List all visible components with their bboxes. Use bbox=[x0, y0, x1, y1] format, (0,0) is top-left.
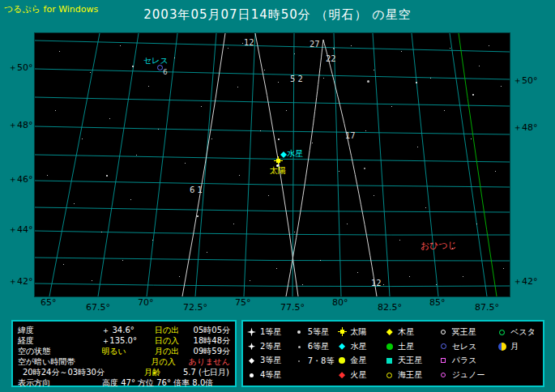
chart-annotation: おひつじ bbox=[421, 241, 457, 250]
y-axis-left-label: ＋50° bbox=[8, 63, 33, 72]
legend-item-jupiter: 木星 bbox=[384, 325, 438, 339]
x-axis-label: 65° bbox=[41, 298, 57, 307]
y-axis-right-label: ＋50° bbox=[513, 76, 538, 85]
x-axis-label: 82.5° bbox=[378, 303, 402, 312]
mag6-star-icon bbox=[294, 342, 305, 352]
legend-item-vesta: ベスタ bbox=[497, 325, 540, 339]
chart-annotation: 5 2 bbox=[290, 75, 303, 83]
y-axis-left-label: ＋48° bbox=[8, 121, 33, 130]
sky-state-value: 明るい bbox=[101, 346, 155, 356]
legend-item-mag2: 2等星 bbox=[246, 339, 294, 354]
legend-column-minor-bodies: 冥王星 セレス パラス ジュノー bbox=[438, 325, 497, 382]
legend-column-vesta-moon: ベスタ 月 bbox=[497, 325, 540, 382]
legend-item-moon: 月 bbox=[497, 339, 540, 354]
annotations-layer: セレス61227225 2176 112水星太陽おひつじ bbox=[35, 33, 510, 296]
star-chart[interactable]: セレス61227225 2176 112水星太陽おひつじ bbox=[34, 32, 510, 297]
longitude-value: ＋135.0° bbox=[101, 335, 155, 345]
moonset-label: 月の入 bbox=[151, 356, 188, 366]
info-row-sky-state: 空の状態 明るい 月の出 09時59分 bbox=[18, 346, 230, 356]
chart-annotation: 6 1 bbox=[190, 186, 203, 194]
chart-annotation: セレス bbox=[143, 57, 169, 65]
moonrise-label: 月の出 bbox=[155, 346, 194, 356]
legend-item-venus: 金星 bbox=[337, 354, 385, 369]
bright-star-near-sun bbox=[276, 164, 279, 167]
mercury-icon bbox=[337, 341, 348, 352]
moon-icon bbox=[497, 342, 507, 352]
legend-item-uranus: 天王星 bbox=[384, 354, 438, 369]
app-window: つるぷら for Windows 2003年05月07日14時50分 （明石） … bbox=[0, 0, 555, 392]
saturn-icon bbox=[384, 341, 395, 352]
legend-item-pluto: 冥王星 bbox=[438, 325, 497, 339]
info-row-view-direction: 表示方向 高度 47° 方位 76° 倍率 8.0倍 bbox=[18, 377, 230, 387]
x-axis-label: 85° bbox=[429, 298, 446, 307]
moon-age-label: 月齢 bbox=[144, 367, 183, 377]
info-row-dark-period: 空が暗い時間帯 月の入 ありません bbox=[18, 356, 230, 366]
moon-age-value: 5.7 (七日月) bbox=[183, 367, 230, 377]
latitude-value: ＋ 34.6° bbox=[101, 325, 155, 334]
y-axis-left-label: ＋42° bbox=[8, 277, 33, 286]
sky-state-label: 空の状態 bbox=[18, 346, 101, 356]
mag5-star-icon bbox=[294, 327, 305, 338]
sunrise-label: 日の出 bbox=[155, 325, 194, 334]
legend-column-outer-planets: 木星 土星 天王星 海王星 bbox=[384, 325, 438, 382]
legend-item-mercury: 水星 bbox=[337, 339, 385, 354]
info-row-dark-hours: 20時24分～03時30分 月齢 5.7 (七日月) bbox=[18, 367, 230, 377]
info-panel: 緯度 ＋ 34.6° 日の出 05時05分 経度 ＋135.0° 日の入 18時… bbox=[11, 320, 237, 387]
x-axis-label: 80° bbox=[332, 298, 348, 307]
mag4-star-icon bbox=[246, 370, 257, 381]
sunset-value: 18時48分 bbox=[194, 335, 230, 345]
mag78-star-icon bbox=[294, 356, 305, 367]
latitude-label: 緯度 bbox=[18, 325, 101, 334]
y-axis-left-label: ＋44° bbox=[8, 225, 33, 234]
mag1-star-icon bbox=[246, 326, 257, 337]
view-direction-label: 表示方向 bbox=[18, 377, 102, 387]
chart-annotation: 12 bbox=[371, 279, 382, 288]
legend-item-saturn: 土星 bbox=[384, 339, 438, 354]
sunrise-value: 05時05分 bbox=[194, 325, 230, 334]
uranus-icon bbox=[384, 356, 395, 366]
ceres-icon bbox=[157, 65, 163, 70]
x-axis-label: 77.5° bbox=[280, 303, 305, 312]
jupiter-icon bbox=[384, 326, 395, 337]
x-axis-label: 67.5° bbox=[86, 303, 110, 312]
y-axis-left-label: ＋46° bbox=[8, 175, 33, 184]
juno-icon bbox=[438, 370, 449, 381]
dark-period-value: 20時24分～03時30分 bbox=[18, 367, 144, 377]
x-axis-label: 72.5° bbox=[183, 303, 207, 312]
chart-annotation: 22 bbox=[326, 55, 336, 63]
dark-period-label: 空が暗い時間帯 bbox=[18, 356, 100, 366]
legend-item-mag78: 7・8等 bbox=[294, 354, 337, 369]
chart-annotation: 17 bbox=[345, 132, 356, 140]
chart-annotation: 12 bbox=[244, 39, 254, 47]
chart-annotation: 6 bbox=[163, 69, 168, 76]
legend-panel: 1等星 2等星 3等星 4等星 5等星 6等星 7・8等 太陽 水星 金星 火星… bbox=[241, 320, 544, 387]
sunset-label: 日の入 bbox=[155, 335, 194, 345]
legend-item-pallas: パラス bbox=[438, 354, 497, 369]
legend-item-mag1: 1等星 bbox=[246, 325, 294, 339]
vesta-icon bbox=[497, 327, 507, 338]
sun-icon bbox=[337, 326, 348, 337]
y-axis-right-label: ＋48° bbox=[513, 123, 538, 132]
mag2-star-icon bbox=[246, 341, 257, 352]
mars-icon bbox=[337, 370, 348, 381]
legend-item-mars: 火星 bbox=[337, 368, 385, 382]
legend-item-mag6: 6等星 bbox=[294, 339, 337, 354]
pluto-icon bbox=[438, 326, 449, 337]
pallas-icon bbox=[438, 356, 449, 366]
ceres-icon bbox=[438, 341, 449, 352]
moonrise-value: 09時59分 bbox=[194, 346, 230, 356]
longitude-label: 経度 bbox=[18, 335, 101, 345]
legend-item-mag4: 4等星 bbox=[246, 368, 294, 382]
sun-icon bbox=[274, 156, 283, 165]
y-axis-right-label: ＋42° bbox=[513, 277, 538, 286]
venus-icon bbox=[337, 356, 348, 366]
view-direction-value: 高度 47° 方位 76° 倍率 8.0倍 bbox=[102, 377, 230, 387]
legend-item-sun: 太陽 bbox=[337, 325, 385, 339]
chart-annotation: 太陽 bbox=[270, 167, 286, 175]
legend-item-ceres: セレス bbox=[438, 339, 497, 354]
legend-item-mag3: 3等星 bbox=[246, 354, 294, 369]
legend-column-magnitudes-1: 1等星 2等星 3等星 4等星 bbox=[246, 325, 294, 382]
x-axis-label: 75° bbox=[235, 298, 251, 307]
info-row-latitude: 緯度 ＋ 34.6° 日の出 05時05分 bbox=[18, 325, 230, 334]
chart-annotation: 水星 bbox=[287, 150, 303, 158]
